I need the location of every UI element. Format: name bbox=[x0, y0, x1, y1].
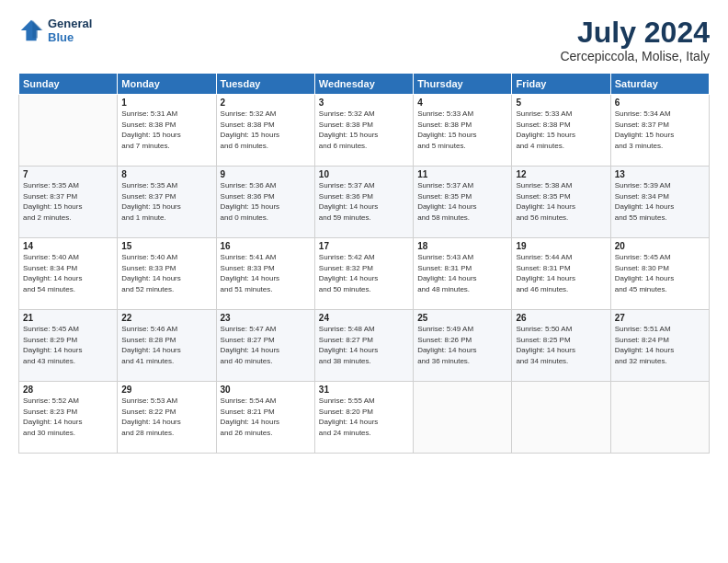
calendar-cell: 9Sunrise: 5:36 AM Sunset: 8:36 PM Daylig… bbox=[216, 167, 314, 238]
day-info: Sunrise: 5:36 AM Sunset: 8:36 PM Dayligh… bbox=[221, 180, 311, 223]
day-number: 9 bbox=[221, 169, 311, 179]
calendar-cell: 21Sunrise: 5:45 AM Sunset: 8:29 PM Dayli… bbox=[19, 310, 118, 382]
calendar-week-row: 14Sunrise: 5:40 AM Sunset: 8:34 PM Dayli… bbox=[19, 238, 710, 310]
main-title: July 2024 bbox=[560, 17, 710, 49]
day-number: 28 bbox=[23, 385, 113, 395]
day-number: 4 bbox=[417, 98, 507, 108]
day-number: 6 bbox=[615, 98, 705, 108]
calendar-cell: 4Sunrise: 5:33 AM Sunset: 8:38 PM Daylig… bbox=[414, 95, 512, 167]
day-number: 13 bbox=[615, 169, 705, 179]
day-info: Sunrise: 5:40 AM Sunset: 8:34 PM Dayligh… bbox=[23, 252, 113, 294]
logo: General Blue bbox=[18, 17, 92, 44]
day-number: 5 bbox=[516, 98, 606, 108]
day-info: Sunrise: 5:40 AM Sunset: 8:33 PM Dayligh… bbox=[121, 252, 211, 294]
page-header: General Blue July 2024 Cercepiccola, Mol… bbox=[18, 17, 710, 63]
day-info: Sunrise: 5:52 AM Sunset: 8:23 PM Dayligh… bbox=[23, 396, 113, 438]
day-info: Sunrise: 5:49 AM Sunset: 8:26 PM Dayligh… bbox=[417, 324, 507, 366]
day-info: Sunrise: 5:45 AM Sunset: 8:30 PM Dayligh… bbox=[615, 252, 705, 294]
day-info: Sunrise: 5:50 AM Sunset: 8:25 PM Dayligh… bbox=[516, 324, 606, 366]
day-number: 14 bbox=[23, 241, 113, 251]
calendar-cell: 26Sunrise: 5:50 AM Sunset: 8:25 PM Dayli… bbox=[512, 310, 610, 382]
calendar-cell: 22Sunrise: 5:46 AM Sunset: 8:28 PM Dayli… bbox=[118, 310, 216, 382]
day-info: Sunrise: 5:55 AM Sunset: 8:20 PM Dayligh… bbox=[319, 396, 409, 438]
day-info: Sunrise: 5:41 AM Sunset: 8:33 PM Dayligh… bbox=[221, 252, 311, 294]
col-wednesday: Wednesday bbox=[314, 74, 413, 95]
calendar-cell: 20Sunrise: 5:45 AM Sunset: 8:30 PM Dayli… bbox=[610, 238, 709, 310]
calendar-cell: 17Sunrise: 5:42 AM Sunset: 8:32 PM Dayli… bbox=[314, 238, 413, 310]
calendar-week-row: 7Sunrise: 5:35 AM Sunset: 8:37 PM Daylig… bbox=[19, 167, 710, 238]
calendar-cell bbox=[414, 382, 512, 454]
day-number: 8 bbox=[121, 169, 211, 179]
day-number: 7 bbox=[23, 169, 113, 179]
calendar-cell: 16Sunrise: 5:41 AM Sunset: 8:33 PM Dayli… bbox=[216, 238, 314, 310]
calendar-cell: 6Sunrise: 5:34 AM Sunset: 8:37 PM Daylig… bbox=[610, 95, 709, 167]
calendar-week-row: 21Sunrise: 5:45 AM Sunset: 8:29 PM Dayli… bbox=[19, 310, 710, 382]
title-block: July 2024 Cercepiccola, Molise, Italy bbox=[560, 17, 710, 63]
calendar-cell: 28Sunrise: 5:52 AM Sunset: 8:23 PM Dayli… bbox=[19, 382, 118, 454]
day-info: Sunrise: 5:37 AM Sunset: 8:36 PM Dayligh… bbox=[319, 180, 409, 223]
calendar-cell: 11Sunrise: 5:37 AM Sunset: 8:35 PM Dayli… bbox=[414, 167, 512, 238]
day-info: Sunrise: 5:53 AM Sunset: 8:22 PM Dayligh… bbox=[121, 396, 211, 438]
calendar-cell: 25Sunrise: 5:49 AM Sunset: 8:26 PM Dayli… bbox=[414, 310, 512, 382]
day-number: 11 bbox=[417, 169, 507, 179]
day-info: Sunrise: 5:37 AM Sunset: 8:35 PM Dayligh… bbox=[417, 180, 507, 223]
logo-text: General Blue bbox=[48, 17, 92, 44]
calendar-header-row: Sunday Monday Tuesday Wednesday Thursday… bbox=[19, 74, 710, 95]
day-number: 26 bbox=[516, 313, 606, 323]
day-number: 17 bbox=[319, 241, 409, 251]
calendar-cell bbox=[512, 382, 610, 454]
day-number: 22 bbox=[121, 313, 211, 323]
day-number: 29 bbox=[121, 385, 211, 395]
day-number: 1 bbox=[121, 98, 211, 108]
day-info: Sunrise: 5:54 AM Sunset: 8:21 PM Dayligh… bbox=[221, 396, 311, 438]
day-number: 2 bbox=[221, 98, 311, 108]
day-number: 12 bbox=[516, 169, 606, 179]
day-number: 27 bbox=[615, 313, 705, 323]
calendar-cell: 2Sunrise: 5:32 AM Sunset: 8:38 PM Daylig… bbox=[216, 95, 314, 167]
day-info: Sunrise: 5:45 AM Sunset: 8:29 PM Dayligh… bbox=[23, 324, 113, 366]
day-info: Sunrise: 5:32 AM Sunset: 8:38 PM Dayligh… bbox=[319, 109, 409, 151]
calendar-cell: 14Sunrise: 5:40 AM Sunset: 8:34 PM Dayli… bbox=[19, 238, 118, 310]
day-info: Sunrise: 5:35 AM Sunset: 8:37 PM Dayligh… bbox=[23, 180, 113, 223]
day-number: 19 bbox=[516, 241, 606, 251]
day-number: 10 bbox=[319, 169, 409, 179]
calendar-cell: 7Sunrise: 5:35 AM Sunset: 8:37 PM Daylig… bbox=[19, 167, 118, 238]
calendar-cell: 13Sunrise: 5:39 AM Sunset: 8:34 PM Dayli… bbox=[610, 167, 709, 238]
day-info: Sunrise: 5:46 AM Sunset: 8:28 PM Dayligh… bbox=[121, 324, 211, 366]
calendar-cell: 18Sunrise: 5:43 AM Sunset: 8:31 PM Dayli… bbox=[414, 238, 512, 310]
day-info: Sunrise: 5:33 AM Sunset: 8:38 PM Dayligh… bbox=[417, 109, 507, 151]
calendar-week-row: 1Sunrise: 5:31 AM Sunset: 8:38 PM Daylig… bbox=[19, 95, 710, 167]
day-info: Sunrise: 5:51 AM Sunset: 8:24 PM Dayligh… bbox=[615, 324, 705, 366]
day-info: Sunrise: 5:35 AM Sunset: 8:37 PM Dayligh… bbox=[121, 180, 211, 223]
calendar-cell: 30Sunrise: 5:54 AM Sunset: 8:21 PM Dayli… bbox=[216, 382, 314, 454]
calendar-cell: 27Sunrise: 5:51 AM Sunset: 8:24 PM Dayli… bbox=[610, 310, 709, 382]
col-monday: Monday bbox=[118, 74, 216, 95]
calendar-cell: 3Sunrise: 5:32 AM Sunset: 8:38 PM Daylig… bbox=[314, 95, 413, 167]
day-info: Sunrise: 5:44 AM Sunset: 8:31 PM Dayligh… bbox=[516, 252, 606, 294]
location-subtitle: Cercepiccola, Molise, Italy bbox=[560, 49, 710, 63]
calendar-cell: 29Sunrise: 5:53 AM Sunset: 8:22 PM Dayli… bbox=[118, 382, 216, 454]
day-number: 18 bbox=[417, 241, 507, 251]
day-info: Sunrise: 5:34 AM Sunset: 8:37 PM Dayligh… bbox=[615, 109, 705, 151]
day-info: Sunrise: 5:33 AM Sunset: 8:38 PM Dayligh… bbox=[516, 109, 606, 151]
day-number: 16 bbox=[221, 241, 311, 251]
calendar-cell: 15Sunrise: 5:40 AM Sunset: 8:33 PM Dayli… bbox=[118, 238, 216, 310]
calendar-cell: 19Sunrise: 5:44 AM Sunset: 8:31 PM Dayli… bbox=[512, 238, 610, 310]
day-number: 24 bbox=[319, 313, 409, 323]
col-friday: Friday bbox=[512, 74, 610, 95]
day-info: Sunrise: 5:42 AM Sunset: 8:32 PM Dayligh… bbox=[319, 252, 409, 294]
day-number: 25 bbox=[417, 313, 507, 323]
calendar-cell: 12Sunrise: 5:38 AM Sunset: 8:35 PM Dayli… bbox=[512, 167, 610, 238]
calendar-cell bbox=[19, 95, 118, 167]
day-number: 30 bbox=[221, 385, 311, 395]
calendar-week-row: 28Sunrise: 5:52 AM Sunset: 8:23 PM Dayli… bbox=[19, 382, 710, 454]
day-info: Sunrise: 5:38 AM Sunset: 8:35 PM Dayligh… bbox=[516, 180, 606, 223]
day-info: Sunrise: 5:48 AM Sunset: 8:27 PM Dayligh… bbox=[319, 324, 409, 366]
day-info: Sunrise: 5:31 AM Sunset: 8:38 PM Dayligh… bbox=[121, 109, 211, 151]
svg-marker-2 bbox=[32, 20, 42, 39]
col-thursday: Thursday bbox=[414, 74, 512, 95]
calendar-cell: 1Sunrise: 5:31 AM Sunset: 8:38 PM Daylig… bbox=[118, 95, 216, 167]
day-info: Sunrise: 5:47 AM Sunset: 8:27 PM Dayligh… bbox=[221, 324, 311, 366]
calendar-table: Sunday Monday Tuesday Wednesday Thursday… bbox=[18, 73, 710, 454]
day-info: Sunrise: 5:32 AM Sunset: 8:38 PM Dayligh… bbox=[221, 109, 311, 151]
